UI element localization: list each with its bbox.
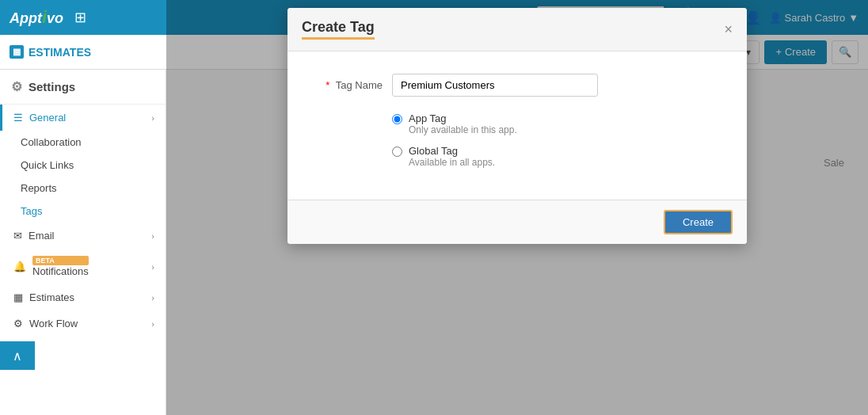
sidebar-workflow-label: Work Flow [29, 318, 78, 329]
create-tag-modal: Create Tag × * Tag Name [287, 8, 747, 244]
modal-title: Create Tag [302, 19, 375, 40]
modal-body: * Tag Name App Tag Only available in thi… [287, 51, 747, 200]
estimates-sidebar-icon: ▦ [13, 291, 23, 303]
modal-overlay: Create Tag × * Tag Name [166, 0, 868, 415]
app-tag-label-group: App Tag Only available in this app. [409, 112, 517, 135]
email-icon: ✉ [13, 230, 22, 242]
sidebar-sub-item-tags[interactable]: Tags [0, 200, 166, 223]
grid-icon[interactable]: ⊞ [74, 9, 86, 26]
modal-close-button[interactable]: × [724, 22, 733, 36]
sidebar-sub-item-quicklinks[interactable]: Quick Links [0, 154, 166, 177]
global-tag-label-group: Global Tag Available in all apps. [409, 145, 495, 168]
quicklinks-label: Quick Links [21, 159, 74, 171]
sidebar-item-estimates[interactable]: ▦ Estimates › [0, 284, 166, 310]
sidebar-item-general-left: ☰ General [13, 112, 66, 124]
main-layout: ⚙ Settings ☰ General › Collaboration Qui… [0, 70, 868, 415]
sidebar-item-workflow[interactable]: ⚙ Work Flow › [0, 310, 166, 337]
global-tag-radio[interactable] [392, 147, 402, 157]
global-tag-option: Global Tag Available in all apps. [392, 145, 715, 168]
sidebar-item-email[interactable]: ✉ Email › [0, 223, 166, 249]
global-tag-sublabel: Available in all apps. [409, 157, 495, 168]
modal-header: Create Tag × [287, 8, 747, 51]
workflow-chevron-icon: › [151, 319, 154, 329]
collaboration-label: Collaboration [21, 136, 82, 148]
sidebar-general-label: General [29, 112, 66, 124]
sidebar-item-estimates-left: ▦ Estimates [13, 291, 74, 303]
general-icon: ☰ [13, 112, 23, 124]
email-chevron-icon: › [151, 231, 154, 241]
sidebar-sub-item-reports[interactable]: Reports [0, 177, 166, 200]
workflow-icon: ⚙ [13, 318, 23, 329]
sidebar-header: ⚙ Settings [0, 70, 166, 105]
scroll-up-button[interactable]: ∧ [0, 341, 35, 370]
reports-label: Reports [21, 182, 57, 194]
logo-text: Apptivo [10, 9, 63, 27]
app-tag-option: App Tag Only available in this app. [392, 112, 715, 135]
estimates-label: ESTIMATES [29, 46, 91, 59]
sidebar-item-email-left: ✉ Email [13, 230, 55, 242]
sidebar-notifications-label: Notifications [32, 265, 89, 277]
sidebar-item-notifications-left: 🔔 BETA Notifications [13, 256, 89, 277]
general-chevron-icon: › [151, 113, 154, 123]
estimates-section-icon: ▦ [10, 45, 24, 59]
required-marker: * [326, 79, 329, 91]
sidebar-item-notifications[interactable]: 🔔 BETA Notifications › [0, 249, 166, 284]
estimates-badge: ▦ ESTIMATES [10, 45, 91, 59]
tag-name-row: * Tag Name [319, 74, 715, 97]
tags-label: Tags [21, 205, 42, 217]
sidebar-item-workflow-left: ⚙ Work Flow [13, 318, 78, 329]
app-tag-label[interactable]: App Tag [409, 112, 517, 124]
notifications-bell-icon: 🔔 [13, 261, 26, 272]
logo-area: Apptivo [10, 9, 63, 27]
estimates-chevron-icon: › [151, 293, 154, 303]
sidebar-header-label: Settings [29, 80, 75, 93]
tag-name-input[interactable] [392, 74, 598, 97]
beta-badge: BETA [32, 256, 89, 265]
global-tag-label[interactable]: Global Tag [409, 145, 495, 157]
notifications-chevron-icon: › [151, 262, 154, 272]
modal-footer: Create [287, 200, 747, 244]
app-tag-sublabel: Only available in this app. [409, 124, 517, 135]
sidebar-estimates-label: Estimates [29, 291, 74, 303]
settings-gear-icon: ⚙ [11, 79, 22, 94]
radio-group: App Tag Only available in this app. Glob… [392, 112, 715, 168]
sidebar-sub-item-collaboration[interactable]: Collaboration [0, 131, 166, 154]
app-tag-radio[interactable] [392, 114, 402, 124]
tag-name-label: * Tag Name [319, 79, 383, 91]
sidebar-footer: ∧ [0, 337, 166, 370]
sidebar-email-label: Email [29, 230, 55, 242]
modal-create-button[interactable]: Create [664, 210, 733, 234]
sidebar: ⚙ Settings ☰ General › Collaboration Qui… [0, 70, 166, 415]
sidebar-item-general[interactable]: ☰ General › [0, 105, 166, 131]
content-area: Sale Create Tag × * Tag Name [166, 70, 868, 415]
